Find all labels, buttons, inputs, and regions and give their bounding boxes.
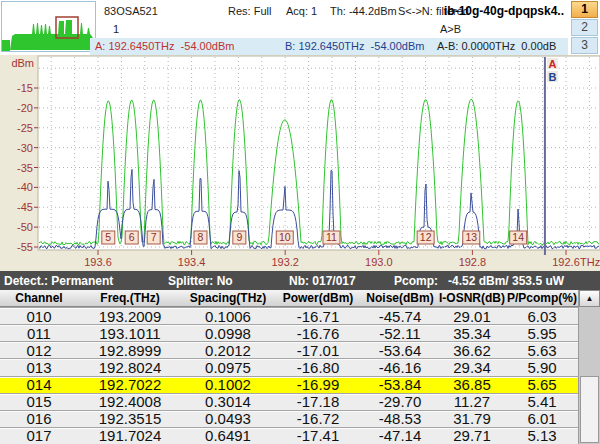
table-cell: -17.01 <box>274 343 362 358</box>
spectrum-plot[interactable]: dBm-15-20-25-30-35-40-45-50-55193.6193.4… <box>0 55 600 271</box>
channel-marker-number: 10 <box>279 231 291 243</box>
detection-mode: Detect.: Permanent <box>4 274 113 288</box>
table-cell: 012 <box>0 343 78 358</box>
up-arrow-icon: ▲ <box>586 294 594 303</box>
acquisition-label: Acq: 1 <box>286 5 317 17</box>
y-tick-label: -55 <box>17 241 33 253</box>
table-cell: 016 <box>0 411 78 426</box>
y-tick-label: -25 <box>17 122 33 134</box>
table-cell: 29.34 <box>438 360 506 375</box>
table-cell: 013 <box>0 360 78 375</box>
table-cell: 0.0998 <box>182 326 274 341</box>
column-header[interactable]: Noise(dBm) <box>362 291 438 305</box>
table-cell: -29.70 <box>362 394 438 409</box>
y-tick-label: -15 <box>17 82 33 94</box>
table-row[interactable]: 015192.40080.3014-17.18-29.7011.275.41 <box>0 393 578 410</box>
table-cell: 010 <box>0 309 78 324</box>
table-cell: 29.01 <box>438 309 506 324</box>
table-cell: -53.64 <box>362 343 438 358</box>
table-cell: 5.90 <box>506 360 578 375</box>
table-cell: 017 <box>0 428 78 443</box>
table-cell: 29.71 <box>438 428 506 443</box>
instrument-id: 83OSA521 <box>104 5 158 17</box>
channel-marker-number: 5 <box>105 231 111 243</box>
table-cell: 0.0975 <box>182 360 274 375</box>
channel-marker-number: 6 <box>129 231 135 243</box>
marker-b-label: B <box>548 71 556 83</box>
table-cell: -16.76 <box>274 326 362 341</box>
column-header[interactable]: Spacing(THz) <box>182 291 274 305</box>
pcomp-readout: Pcomp: -4.52 dBm/ 353.5 uW <box>394 274 564 288</box>
channel-marker-number: 12 <box>420 231 432 243</box>
channel-table-header: ChannelFreq.(THz)Spacing(THz)Power(dBm)N… <box>0 290 578 307</box>
y-tick-label: -40 <box>17 181 33 193</box>
table-cell: -47.14 <box>362 428 438 443</box>
table-cell: -53.84 <box>362 377 438 392</box>
channel-marker-number: 13 <box>465 231 477 243</box>
table-cell: 5.41 <box>506 394 578 409</box>
trace-number: 1 <box>113 23 119 35</box>
table-cell: 0.1002 <box>182 377 274 392</box>
y-axis-unit: dBm <box>11 57 34 69</box>
table-row[interactable]: 017191.70240.6491-17.41-47.1429.715.13 <box>0 427 578 444</box>
channel-marker-number: 11 <box>326 231 337 243</box>
x-axis-unit: THz <box>580 256 600 268</box>
table-cell: 5.95 <box>506 326 578 341</box>
tab-3[interactable]: 3 <box>571 37 598 54</box>
table-cell: 193.2009 <box>78 309 182 324</box>
tab-2[interactable]: 2 <box>571 19 598 36</box>
table-cell: 192.4008 <box>78 394 182 409</box>
table-cell: -17.18 <box>274 394 362 409</box>
y-tick-label: -45 <box>17 201 33 213</box>
table-cell: -16.71 <box>274 309 362 324</box>
table-row[interactable]: 011193.10110.0998-16.76-52.1135.345.95 <box>0 324 578 341</box>
table-cell: 192.7022 <box>78 377 182 392</box>
column-header[interactable]: Power(dBm) <box>274 291 362 305</box>
table-cell: -45.74 <box>362 309 438 324</box>
table-scrollbar[interactable]: ▲ <box>578 290 600 444</box>
threshold-label: Th: -44.2dBm <box>330 5 397 17</box>
table-row[interactable]: 013192.80240.0975-16.80-46.1629.345.90 <box>0 358 578 375</box>
column-header[interactable]: I-OSNR(dB) <box>438 291 506 305</box>
table-row[interactable]: 014192.70220.1002-16.99-53.8436.855.65 <box>0 376 578 393</box>
channel-marker-number: 7 <box>151 231 157 243</box>
x-tick-label: 192.8 <box>459 256 487 268</box>
table-cell: -16.99 <box>274 377 362 392</box>
channel-table-body: 010193.20090.1006-16.71-45.7429.016.0301… <box>0 307 578 444</box>
table-cell: 6.01 <box>506 411 578 426</box>
table-cell: 0.0493 <box>182 411 274 426</box>
table-cell: 35.34 <box>438 326 506 341</box>
column-header[interactable]: Freq.(THz) <box>78 291 182 305</box>
table-cell: 0.2012 <box>182 343 274 358</box>
column-header[interactable]: Channel <box>0 291 78 305</box>
file-name: ib-10g-40g-dpqpsk4.. <box>444 4 564 18</box>
x-tick-label: 193.4 <box>178 256 206 268</box>
y-tick-label: -20 <box>17 102 33 114</box>
x-tick-label: 193.2 <box>271 256 299 268</box>
table-row[interactable]: 012192.89990.2012-17.01-53.6436.625.63 <box>0 341 578 358</box>
status-bar: Detect.: Permanent Splitter: No Nb: 017/… <box>0 271 600 290</box>
channel-marker-number: 14 <box>512 231 524 243</box>
table-row[interactable]: 016192.35150.0493-16.72-48.5331.796.01 <box>0 410 578 427</box>
spectrum-overview-thumbnail[interactable] <box>1 1 96 52</box>
table-cell: -48.53 <box>362 411 438 426</box>
osa-application-window: 83OSA521 Res: Full Acq: 1 Th: -44.2dBm S… <box>0 0 600 444</box>
x-tick-label: 193.6 <box>84 256 112 268</box>
scroll-up-button[interactable]: ▲ <box>579 290 600 307</box>
table-cell: 193.1011 <box>78 326 182 341</box>
table-cell: 5.65 <box>506 377 578 392</box>
table-cell: 36.85 <box>438 377 506 392</box>
header-bar: 83OSA521 Res: Full Acq: 1 Th: -44.2dBm S… <box>0 0 600 55</box>
table-cell: 011 <box>0 326 78 341</box>
marker-a-label: A <box>548 58 556 70</box>
y-tick-label: -35 <box>17 162 33 174</box>
table-row[interactable]: 010193.20090.1006-16.71-45.7429.016.03 <box>0 307 578 324</box>
table-cell: 0.3014 <box>182 394 274 409</box>
scroll-thumb[interactable] <box>580 376 599 443</box>
table-cell: 11.27 <box>438 394 506 409</box>
table-cell: 36.62 <box>438 343 506 358</box>
column-header[interactable]: P/Pcomp(%) <box>506 291 578 305</box>
table-cell: 6.03 <box>506 309 578 324</box>
tab-1[interactable]: 1 <box>571 1 598 18</box>
splitter-status: Splitter: No <box>168 274 233 288</box>
